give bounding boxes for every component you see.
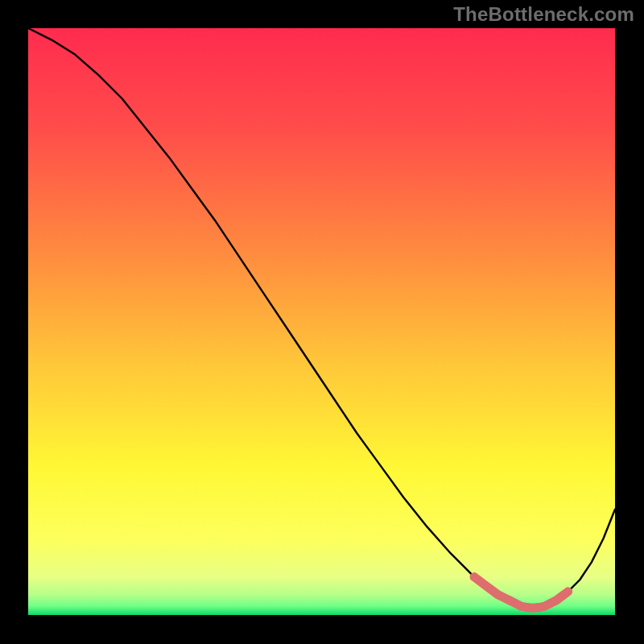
gradient-background	[28, 28, 615, 615]
chart-frame: TheBottleneck.com	[0, 0, 644, 644]
watermark-text: TheBottleneck.com	[453, 3, 634, 26]
bottleneck-chart	[0, 0, 644, 644]
